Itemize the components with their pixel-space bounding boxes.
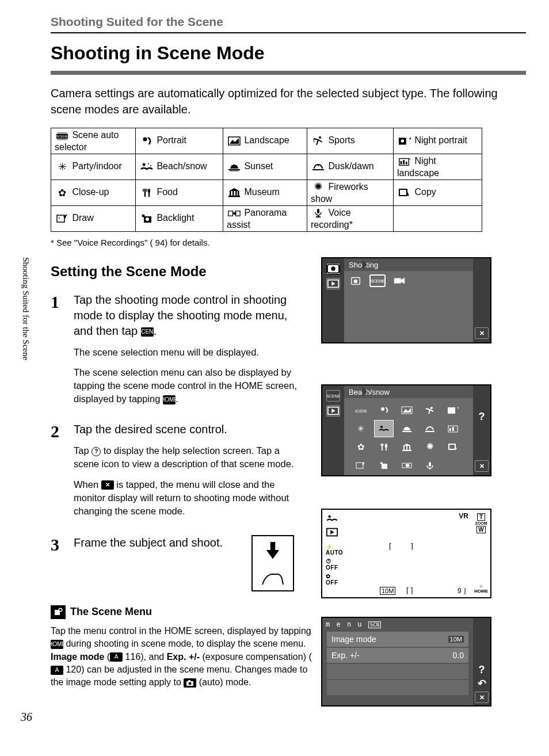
sports-icon [311,135,326,147]
voice-recording-icon[interactable] [420,457,440,474]
fireworks-icon[interactable]: ✺ [420,438,440,456]
flash-auto-label[interactable]: AUTO [326,550,343,556]
svg-point-18 [318,165,319,166]
svg-rect-71 [452,427,454,431]
scene-cell: Sunset [223,154,307,180]
playback-icon[interactable] [326,527,343,540]
scene-cell: Landscape [223,128,307,154]
camera-icon [184,678,196,688]
dusk-dawn-icon[interactable] [420,420,440,437]
close-icon[interactable]: ✕ [475,460,489,472]
info-box-text: Tap the menu control in the HOME screen,… [51,625,312,689]
scene-cell: Dusk/dawn [307,154,394,180]
zoom-tele-icon[interactable]: T [477,513,485,521]
scene-label: Draw [70,213,94,223]
museum-icon[interactable] [397,438,417,456]
self-timer-off-label[interactable]: ⏱OFF [326,558,343,571]
lcd-scene-selection: SCENE Beach/snow SCENE ★ ✳ ✿ ✺ ? ✕ [321,384,491,476]
playback-icon[interactable] [326,278,340,289]
svg-point-12 [143,163,146,166]
night-landscape-icon[interactable] [443,420,463,437]
backlight-icon[interactable] [374,457,394,474]
svg-point-66 [380,426,383,428]
back-icon[interactable]: ↶ [475,678,489,689]
svg-point-49 [331,266,335,270]
camera-record-icon[interactable] [326,263,340,274]
svg-marker-76 [403,444,411,446]
svg-point-4 [143,138,147,142]
copy-icon[interactable] [443,438,463,456]
party-icon[interactable]: ✳ [351,420,371,437]
food-icon[interactable] [374,438,394,456]
svg-marker-6 [230,138,239,144]
panorama-icon[interactable] [397,457,417,474]
step-headline: Tap the shooting mode control in shootin… [74,292,298,339]
svg-point-86 [380,462,383,464]
auto-mode-icon[interactable] [348,274,364,287]
help-icon[interactable]: ? [475,411,489,422]
menu-row-empty [327,680,468,695]
scene-cell: Food [136,180,223,206]
home-icon[interactable]: ⌂HOME [474,583,488,594]
svg-marker-51 [331,281,335,285]
svg-rect-78 [406,446,407,450]
zoom-wide-icon[interactable]: W [476,526,485,533]
home-icon: HOME [51,640,63,649]
svg-rect-87 [402,463,406,468]
svg-point-62 [430,407,433,409]
svg-rect-29 [230,191,231,196]
close-icon: ✕ [101,480,114,490]
svg-text:✳: ✳ [58,162,67,172]
svg-point-26 [148,189,150,193]
scene-cell [394,206,482,232]
scene-grid: SCENE ★ ✳ ✿ ✺ [351,402,463,474]
svg-rect-84 [356,463,363,468]
macro-off-label[interactable]: ✿OFF [326,573,343,586]
scene-label: Portrait [154,135,186,145]
beach-snow-icon[interactable] [326,513,343,525]
menu-row-exposure[interactable]: Exp. +/-0.0 [327,648,468,663]
svg-rect-20 [401,161,402,165]
svg-rect-22 [406,162,407,165]
svg-point-7 [319,136,321,139]
svg-rect-54 [394,278,401,283]
svg-point-40 [146,217,149,221]
museum-icon [227,186,242,199]
zoom-label: ZOOM [475,521,487,525]
menu-row-image-mode[interactable]: Image mode10M [327,632,468,647]
svg-marker-44 [232,212,237,216]
svg-point-38 [59,217,60,219]
svg-rect-77 [403,446,405,450]
svg-point-74 [385,444,387,448]
movie-mode-icon[interactable] [391,274,407,287]
step-number: 3 [51,535,68,591]
step-sub: Tap ? to display the help selection scre… [74,444,298,471]
svg-text:✺: ✺ [426,442,434,451]
svg-point-53 [354,280,357,283]
close-up-icon[interactable]: ✿ [351,438,371,456]
close-icon[interactable]: ✕ [475,327,489,339]
svg-rect-70 [449,428,451,431]
beach-snow-icon [139,161,154,173]
beach-snow-icon[interactable] [374,420,394,437]
close-icon[interactable]: ✕ [475,692,489,703]
lcd-shooting-display: ⚡AUTO ⏱OFF ✿OFF VR ⌈ ⌉ 10M ⌈⌉ 9 ⌋ T ZOOM… [321,509,491,598]
scene-cell: Panorama assist [223,206,307,232]
svg-point-23 [409,159,410,160]
sports-icon[interactable] [420,402,440,419]
home-icon: HOME [163,395,176,404]
help-icon[interactable]: ? [475,664,489,675]
svg-text:✿: ✿ [58,188,66,198]
playback-icon[interactable] [326,405,340,417]
landscape-icon[interactable] [397,402,417,419]
scene-auto-icon[interactable]: SCENE [351,402,371,419]
scene-cell: ✳ Party/indoor [51,154,136,180]
scene-mode-icon[interactable]: SCENE [369,274,386,287]
night-portrait-icon[interactable]: ★ [443,402,463,419]
sunset-icon[interactable] [397,420,417,437]
scene-cell: Museum [223,180,307,206]
lcd-title: Beach/snow [344,385,473,398]
scene-mode-icon[interactable]: SCENE [326,390,340,402]
draw-icon[interactable] [351,457,371,474]
portrait-icon[interactable] [374,402,394,419]
